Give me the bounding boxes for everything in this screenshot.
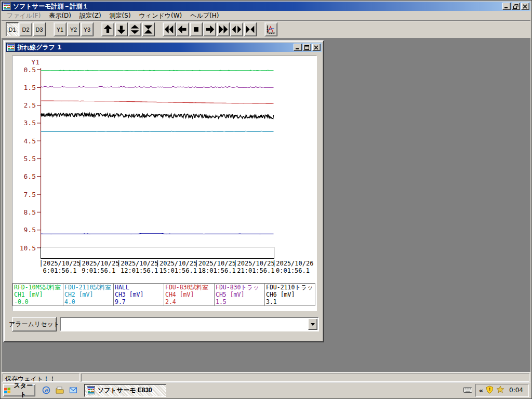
svg-text:4.5: 4.5: [24, 137, 36, 145]
svg-text:7.5: 7.5: [24, 191, 36, 198]
toolbar-fit-horizontal-icon[interactable]: [244, 22, 257, 36]
svg-text:0:01:56.1: 0:01:56.1: [276, 267, 310, 274]
internet-explorer-icon[interactable]: e: [42, 385, 51, 395]
start-label: スタート: [12, 381, 35, 399]
svg-text:|2025/10/25: |2025/10/25: [156, 260, 197, 267]
menu-file[interactable]: ファイル(F): [3, 10, 45, 21]
legend-cell-ch4: FDU-830試料室CH4 [mV]2.4: [164, 284, 215, 305]
toolbar-scroll-right-icon[interactable]: [203, 22, 216, 36]
legend-cell-ch1: RFD-10MS試料室CH1 [mV]-0.0: [13, 284, 63, 305]
toolbar-fast-forward-icon[interactable]: [217, 22, 230, 36]
series-line-ch4: [41, 101, 274, 103]
legend-cell-ch5: FDU-830トラッCH5 [mV]1.5: [215, 284, 265, 305]
show-desktop-icon[interactable]: [55, 385, 64, 395]
svg-text:5.5: 5.5: [24, 155, 36, 163]
svg-text:|2025/10/25: |2025/10/25: [195, 260, 236, 267]
svg-text:15:01:56.1: 15:01:56.1: [159, 267, 197, 274]
start-button[interactable]: スタート: [3, 384, 35, 396]
graph-minimize-icon[interactable]: [294, 44, 302, 51]
series-line-ch1: [41, 70, 274, 71]
combobox-dropdown-icon[interactable]: [308, 318, 317, 330]
taskbar-task-softthermo[interactable]: ソフトサーモ E830: [84, 384, 166, 397]
legend-table: RFD-10MS試料室CH1 [mV]-0.0FDU-2110試料室CH2 [m…: [12, 283, 315, 306]
svg-text:|2025/10/25: |2025/10/25: [78, 260, 119, 267]
main-window-title: ソフトサーモ計測－計測１: [13, 2, 502, 11]
mdi-workspace: 折れ線グラフ 1 Y10.51.52.53.54.55.56.57.58.59.…: [2, 38, 530, 372]
tray-collapse-icon[interactable]: «: [479, 387, 483, 394]
svg-text:6.5: 6.5: [24, 172, 36, 180]
svg-text:8.5: 8.5: [24, 208, 36, 216]
menubar: ファイル(F)表示(D)設定(Z)測定(S)ウィンドウ(W)ヘルプ(H): [2, 11, 530, 20]
toolbar-y1-button[interactable]: Y1: [54, 22, 66, 36]
application-window: ソフトサーモ計測－計測１ ファイル(F)表示(D)設定(Z)測定(S)ウィンドウ…: [0, 0, 532, 399]
toolbar-fit-vertical-icon[interactable]: [142, 22, 155, 36]
chart-panel: Y10.51.52.53.54.55.56.57.58.59.510.5|202…: [12, 56, 317, 311]
svg-text:1.5: 1.5: [24, 84, 36, 91]
security-shield-icon[interactable]: !: [486, 385, 494, 395]
svg-text:10.5: 10.5: [20, 244, 36, 252]
alarm-combobox-value: [61, 318, 308, 330]
menu-settings[interactable]: 設定(Z): [75, 10, 105, 21]
toolbar-d2-button[interactable]: D2: [19, 22, 32, 36]
alarm-reset-button[interactable]: アラームリセット: [12, 317, 57, 331]
svg-text:9.5: 9.5: [24, 226, 36, 234]
toolbar-scroll-down-icon[interactable]: [115, 22, 128, 36]
menu-measure[interactable]: 測定(S): [105, 10, 135, 21]
taskbar: スタート e ソフトサーモ E830 « !: [2, 382, 530, 397]
graph-window: 折れ線グラフ 1 Y10.51.52.53.54.55.56.57.58.59.…: [3, 40, 324, 342]
toolbar-rewind-icon[interactable]: [163, 22, 176, 36]
svg-text:12:01:56.1: 12:01:56.1: [121, 267, 158, 274]
legend-cell-ch2: FDU-2110試料室CH2 [mV]4.0: [63, 284, 114, 305]
toolbar-y2-button[interactable]: Y2: [67, 22, 80, 36]
windows-flag-icon: [4, 387, 10, 393]
alarm-combobox[interactable]: [60, 317, 319, 331]
task-label: ソフトサーモ E830: [98, 386, 152, 395]
legend-cell-ch6: FDU-2110トラッCH6 [mV]3.1: [265, 284, 315, 305]
legend-cell-ch3: HALLCH3 [mV]9.7: [114, 284, 164, 305]
toolbar-group: [264, 22, 278, 36]
svg-text:Y1: Y1: [31, 58, 39, 66]
toolbar-graph-view-icon[interactable]: [264, 22, 277, 36]
outlook-express-icon[interactable]: [69, 385, 78, 395]
svg-text:6:01:56.1: 6:01:56.1: [43, 267, 77, 274]
toolbar-expand-vertical-icon[interactable]: [128, 22, 141, 36]
quick-launch-bar: e: [42, 385, 78, 395]
toolbar-group: D1D2D3: [6, 22, 46, 36]
toolbar-y3-button[interactable]: Y3: [81, 22, 94, 36]
toolbar-scroll-up-icon[interactable]: [101, 22, 114, 36]
menu-view[interactable]: 表示(D): [45, 10, 75, 21]
toolbar-expand-horizontal-icon[interactable]: [230, 22, 243, 36]
close-icon[interactable]: [521, 3, 529, 10]
graph-window-title: 折れ線グラフ 1: [17, 43, 294, 52]
series-line-ch3: [41, 233, 274, 234]
graph-maximize-icon[interactable]: [303, 44, 311, 51]
svg-text:|2025/10/25: |2025/10/25: [39, 260, 81, 267]
status-panel-empty: [81, 374, 529, 382]
status-message: 保存ウェイト！！: [3, 374, 79, 382]
graph-window-icon: [7, 43, 15, 51]
svg-text:9:01:56.1: 9:01:56.1: [82, 267, 115, 274]
svg-text:3.5: 3.5: [24, 119, 36, 127]
svg-text:|2025/10/25: |2025/10/25: [233, 260, 274, 267]
keyboard-layout-icon[interactable]: [463, 386, 472, 394]
toolbar: D1D2D3Y1Y2Y3: [2, 20, 530, 38]
toolbar-stop-icon[interactable]: [190, 22, 203, 36]
series-line-ch2: [41, 131, 274, 131]
menu-help[interactable]: ヘルプ(H): [186, 10, 223, 21]
line-chart: Y10.51.52.53.54.55.56.57.58.59.510.5|202…: [12, 56, 316, 311]
svg-text:18:01:56.1: 18:01:56.1: [198, 267, 236, 274]
menu-windows[interactable]: ウィンドウ(W): [135, 10, 187, 21]
graph-close-icon[interactable]: [312, 44, 321, 51]
toolbar-scroll-left-icon[interactable]: [176, 22, 189, 36]
svg-text:|2025/10/26: |2025/10/26: [272, 260, 313, 267]
restore-icon[interactable]: [512, 3, 520, 10]
system-tray: « ! 0:04: [475, 384, 529, 397]
toolbar-d3-button[interactable]: D3: [33, 22, 46, 36]
toolbar-d1-button[interactable]: D1: [6, 22, 19, 36]
minimize-icon[interactable]: [502, 3, 511, 10]
series-line-ch5: [41, 86, 274, 87]
status-bar: 保存ウェイト！！: [2, 372, 530, 382]
graph-window-titlebar: 折れ線グラフ 1: [6, 43, 322, 52]
star-icon[interactable]: [496, 385, 504, 395]
svg-text:|2025/10/25: |2025/10/25: [117, 260, 158, 267]
